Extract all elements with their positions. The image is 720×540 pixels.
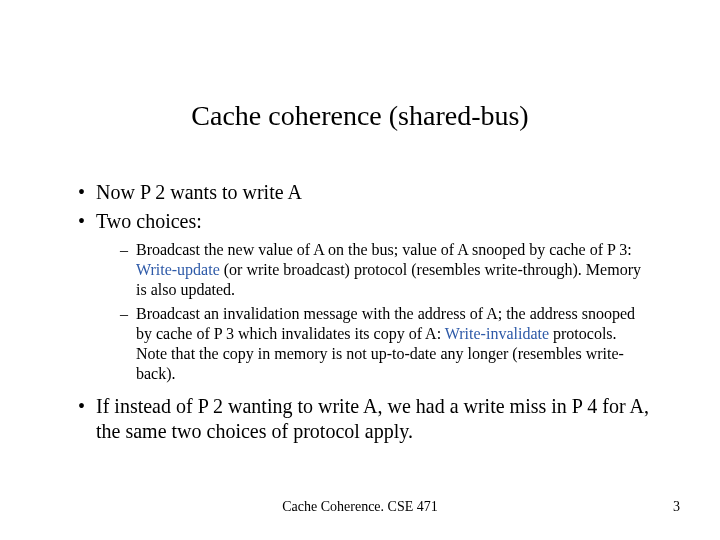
footer-center: Cache Coherence. CSE 471 [0,499,720,515]
bullet-item: If instead of P 2 wanting to write A, we… [78,394,650,444]
sub-bullet-item: Broadcast an invalidation message with t… [120,304,650,384]
bullet-text: Two choices: [96,210,202,232]
sub-bullet-list: Broadcast the new value of A on the bus;… [96,240,650,384]
sub-bullet-item: Broadcast the new value of A on the bus;… [120,240,650,300]
bullet-item: Two choices: Broadcast the new value of … [78,209,650,384]
bullet-item: Now P 2 wants to write A [78,180,650,205]
page-number: 3 [673,499,680,515]
slide: Cache coherence (shared-bus) Now P 2 wan… [0,0,720,540]
slide-title: Cache coherence (shared-bus) [0,100,720,132]
sub-text: Broadcast the new value of A on the bus;… [136,241,632,258]
slide-body: Now P 2 wants to write A Two choices: Br… [78,180,650,448]
keyword-write-update: Write-update [136,261,220,278]
bullet-list: Now P 2 wants to write A Two choices: Br… [78,180,650,444]
keyword-write-invalidate: Write-invalidate [445,325,549,342]
